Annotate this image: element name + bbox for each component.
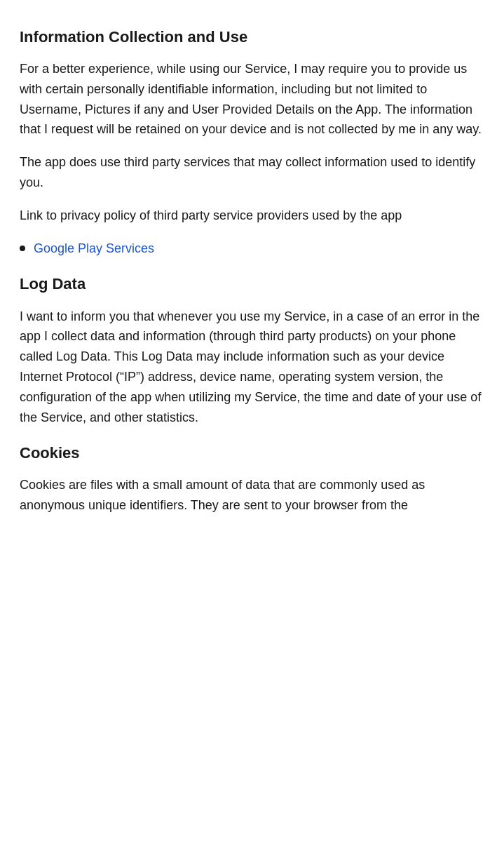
- section-heading-info-collection: Information Collection and Use: [20, 25, 484, 49]
- page-content: Information Collection and Use For a bet…: [20, 25, 484, 516]
- google-play-services-link[interactable]: Google Play Services: [34, 239, 154, 259]
- section-heading-log-data: Log Data: [20, 272, 484, 296]
- section-heading-cookies: Cookies: [20, 441, 484, 465]
- paragraph-info-2: The app does use third party services th…: [20, 152, 484, 193]
- third-party-list: Google Play Services: [20, 239, 484, 259]
- list-item: Google Play Services: [20, 239, 484, 259]
- paragraph-cookies: Cookies are files with a small amount of…: [20, 475, 484, 516]
- bullet-dot-icon: [20, 246, 25, 251]
- paragraph-log-data: I want to inform you that whenever you u…: [20, 307, 484, 428]
- paragraph-info-3: Link to privacy policy of third party se…: [20, 206, 484, 226]
- paragraph-info-1: For a better experience, while using our…: [20, 59, 484, 140]
